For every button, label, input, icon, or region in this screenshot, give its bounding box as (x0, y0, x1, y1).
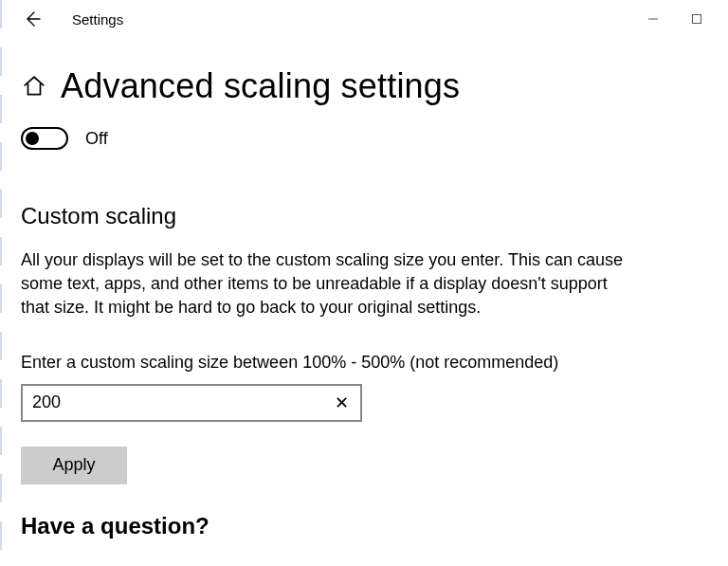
custom-scaling-heading: Custom scaling (21, 203, 707, 229)
minimize-icon[interactable] (631, 4, 675, 34)
toggle-state-label: Off (85, 129, 108, 149)
titlebar-title: Settings (72, 11, 123, 27)
page-header: Advanced scaling settings (21, 66, 707, 106)
fix-blurry-apps-toggle[interactable] (21, 127, 68, 150)
toggle-knob (26, 132, 39, 145)
back-arrow-icon[interactable] (23, 9, 42, 28)
window-controls (631, 4, 728, 34)
custom-scaling-input[interactable] (21, 384, 362, 422)
have-a-question-heading: Have a question? (21, 513, 707, 539)
apply-button[interactable]: Apply (21, 447, 127, 484)
window-left-edge-decoration (0, 0, 2, 566)
fix-blurry-apps-toggle-row: Off (21, 127, 707, 150)
custom-scaling-description: All your displays will be set to the cus… (21, 248, 628, 320)
custom-scaling-input-wrap: ✕ (21, 384, 362, 422)
clear-input-icon[interactable]: ✕ (328, 384, 355, 422)
maximize-icon[interactable] (675, 4, 719, 34)
home-icon[interactable] (21, 73, 47, 100)
titlebar: Settings (0, 0, 728, 38)
custom-scaling-field-label: Enter a custom scaling size between 100%… (21, 353, 707, 373)
page-title: Advanced scaling settings (61, 66, 460, 106)
content-area: Advanced scaling settings Off Custom sca… (0, 38, 728, 539)
svg-rect-1 (693, 15, 701, 24)
